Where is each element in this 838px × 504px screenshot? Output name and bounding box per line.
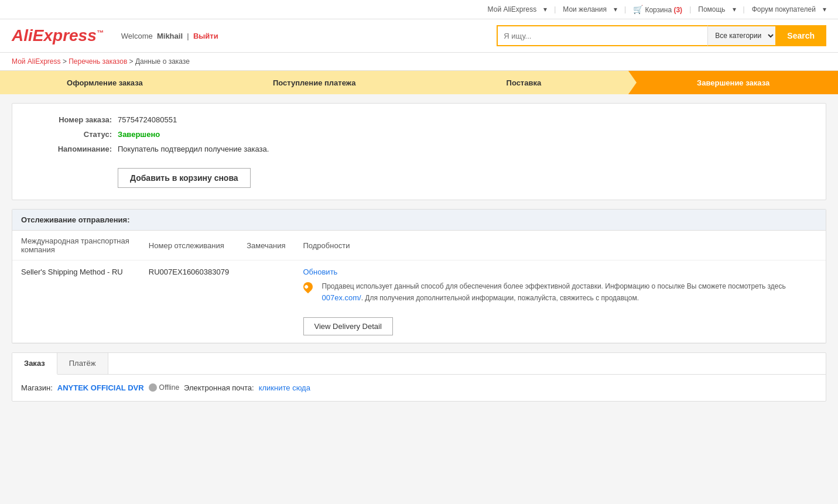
tracking-company: Seller's Shipping Method - RU [12,260,140,343]
tracking-remarks [238,260,294,343]
search-button[interactable]: Search [775,25,826,46]
category-select[interactable]: Все категории [707,25,775,46]
tracking-details: Обновить Продавец использует данный спос… [295,260,826,343]
top-navigation: Мой AliExpress ▾ | Мои желания ▾ | 🛒 Кор… [0,0,838,19]
email-label: Электронная почта: [184,383,254,392]
progress-step-3-label: Поставка [507,78,542,87]
search-area: Все категории Search [497,25,826,46]
progress-step-2-label: Поступление платежа [273,78,356,87]
cart-count: (3) [673,6,682,14]
tab-content: Магазин: ANYTEK OFFICIAL DVR Offline Эле… [12,375,826,401]
tracking-table: Международная транспортная компания Номе… [12,231,826,343]
logo-area: AliExpress™ Welcome Mikhail | Выйти [12,26,218,45]
store-row: Магазин: ANYTEK OFFICIAL DVR Offline Эле… [21,383,817,392]
007ex-link[interactable]: 007ex.com/ [322,293,361,302]
trademark: ™ [97,29,104,37]
breadcrumb-sep1: > [63,57,69,66]
nav-dropdown-icon: ▾ [543,5,547,13]
order-info-box: Номер заказа: 75754724080551 Статус: Зав… [12,103,826,200]
cart-area[interactable]: 🛒 Корзина (3) [633,5,682,14]
tracking-col2-header: Номер отслеживания [140,231,238,260]
order-status-row: Статус: Завершено [30,130,808,139]
logout-link[interactable]: Выйти [193,32,218,40]
help-dropdown-icon: ▾ [733,5,736,13]
add-to-cart-area: Добавить в корзину снова [30,159,808,188]
username: Mikhail [157,32,183,40]
tracking-col1-header: Международная транспортная компания [12,231,140,260]
breadcrumb-current: Данные о заказе [135,57,190,66]
order-reminder-row: Напоминание: Покупатель подтвердил получ… [30,145,808,153]
top-nav-links: Мой AliExpress ▾ | Мои желания ▾ | 🛒 Кор… [488,5,826,14]
wishlist-dropdown-icon: ▾ [614,5,617,13]
store-link[interactable]: ANYTEK OFFICIAL DVR [57,383,144,392]
tracking-col4-header: Подробности [295,231,826,260]
logo: AliExpress™ [12,26,104,45]
progress-step-2: Поступление платежа [210,71,419,94]
progress-step-4: Завершение заказа [628,71,838,94]
view-delivery-button[interactable]: View Delivery Detail [303,317,393,335]
progress-bar: Оформление заказа Поступление платежа По… [0,71,838,94]
tracking-row: Seller's Shipping Method - RU RU007EX160… [12,260,826,343]
cart-icon: 🛒 [633,5,643,14]
breadcrumb-sep2: > [129,57,135,66]
email-link[interactable]: кликните сюда [259,383,310,392]
order-status-value: Завершено [118,130,160,139]
breadcrumb-orders-list[interactable]: Перечень заказов [69,57,127,66]
help-link[interactable]: Помощь [698,5,725,13]
tracking-info-text: Продавец использует данный способ для об… [322,281,818,304]
tracking-header: Отслеживание отправления: [12,210,826,231]
forum-dropdown-icon: ▾ [823,5,826,13]
progress-step-1: Оформление заказа [0,71,210,94]
progress-step-4-label: Завершение заказа [697,78,769,87]
tabs-box: Заказ Платёж Магазин: ANYTEK OFFICIAL DV… [12,352,826,402]
my-aliexpress-link[interactable]: Мой AliExpress [488,5,537,13]
order-number-value: 75754724080551 [118,115,177,124]
tracking-box: Отслеживание отправления: Международная … [12,209,826,344]
forum-link[interactable]: Форум покупателей [752,5,816,13]
search-input[interactable] [497,25,707,46]
order-reminder-label: Напоминание: [30,145,118,153]
update-link[interactable]: Обновить [303,268,338,276]
welcome-area: Welcome Mikhail | Выйти [121,32,218,40]
breadcrumb: Мой AliExpress > Перечень заказов > Данн… [0,53,838,71]
tab-order[interactable]: Заказ [12,353,57,375]
offline-badge: Offline [149,383,179,392]
welcome-text: Welcome [121,32,153,40]
add-to-cart-button[interactable]: Добавить в корзину снова [118,168,251,188]
order-status-label: Статус: [30,130,118,139]
order-number-row: Номер заказа: 75754724080551 [30,115,808,124]
progress-step-3: Поставка [419,71,629,94]
offline-text: Offline [159,383,179,392]
pin-icon [303,283,317,293]
tabs-header: Заказ Платёж [12,353,826,375]
header: AliExpress™ Welcome Mikhail | Выйти Все … [0,19,838,53]
tracking-col3-header: Замечания [238,231,294,260]
main-content: Номер заказа: 75754724080551 Статус: Зав… [0,94,838,410]
order-reminder-value: Покупатель подтвердил получение заказа. [118,145,269,153]
progress-step-1-label: Оформление заказа [67,78,143,87]
offline-dot-icon [149,383,157,392]
wishlist-link[interactable]: Мои желания [563,5,607,13]
cart-link[interactable]: Корзина [645,6,672,14]
tracking-number: RU007EX16060383079 [140,260,238,343]
tab-payment[interactable]: Платёж [57,353,108,374]
order-number-label: Номер заказа: [30,115,118,124]
breadcrumb-my-aliexpress[interactable]: Мой AliExpress [12,57,61,66]
store-label: Магазин: [21,383,53,392]
